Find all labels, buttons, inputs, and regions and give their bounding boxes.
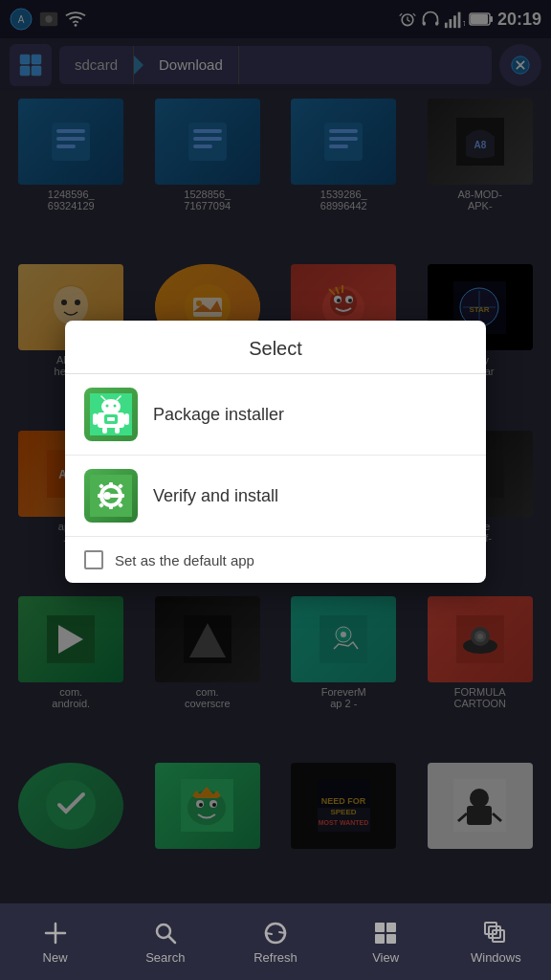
google-gear-icon [90,475,132,517]
android-robot-icon [90,393,132,435]
svg-rect-115 [386,934,396,944]
refresh-button[interactable]: Refresh [228,912,323,972]
refresh-icon [262,920,289,947]
svg-rect-98 [111,494,121,498]
search-icon [152,920,179,947]
svg-rect-116 [485,923,496,934]
search-label: Search [145,950,185,965]
verify-install-label: Verify and install [153,486,278,506]
svg-rect-117 [489,926,500,938]
grid-view-icon [372,920,399,947]
svg-rect-89 [93,413,98,425]
svg-rect-91 [102,427,107,434]
verify-install-option[interactable]: Verify and install [65,456,486,537]
bottom-toolbar: New Search Refresh [0,903,551,980]
svg-rect-92 [115,427,120,434]
verify-install-icon [84,469,138,523]
select-dialog: Select [65,321,486,583]
dialog-footer: Set as the default app [65,537,486,583]
svg-rect-102 [98,494,101,498]
windows-icon [482,920,509,947]
default-app-checkbox[interactable] [84,550,103,569]
svg-line-111 [168,936,175,943]
svg-rect-101 [109,505,113,509]
svg-point-84 [101,399,121,414]
svg-point-85 [106,405,109,408]
package-installer-icon [84,388,138,441]
svg-rect-113 [386,923,396,932]
plus-icon [42,920,69,947]
svg-rect-112 [375,923,385,932]
svg-rect-103 [121,494,124,498]
new-label: New [43,950,68,965]
package-installer-option[interactable]: Package installer [65,374,486,456]
svg-rect-100 [109,482,113,486]
new-button[interactable]: New [8,912,103,972]
view-button[interactable]: View [338,912,433,972]
modal-overlay[interactable]: Select [0,0,551,903]
refresh-label: Refresh [253,950,298,965]
svg-rect-99 [103,492,111,500]
svg-rect-114 [375,934,385,944]
windows-label: Windows [471,950,521,965]
svg-rect-90 [124,413,129,425]
svg-point-86 [114,405,117,408]
dialog-title: Select [65,321,486,374]
search-button[interactable]: Search [118,912,213,972]
svg-rect-94 [107,417,115,421]
view-label: View [372,950,399,965]
windows-button[interactable]: Windows [448,912,543,972]
svg-rect-118 [493,930,504,942]
default-app-label: Set as the default app [115,552,254,568]
package-installer-label: Package installer [153,405,284,425]
